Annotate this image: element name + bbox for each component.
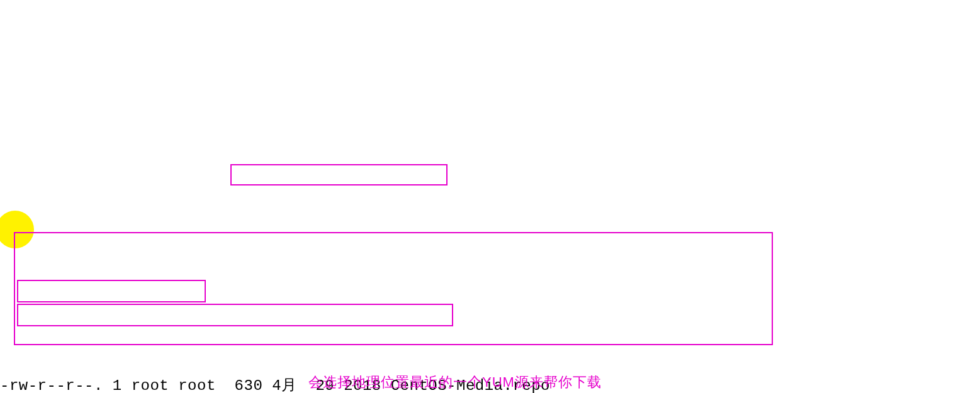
- box-unless: [17, 304, 453, 326]
- annotation-comment: 会选择地理位置最近的一个YUM源来帮你下载 除非自己人为更改YUM源: [308, 372, 602, 393]
- terminal-output[interactable]: -rw-r--r--. 1 root root 630 4月 29 2018 C…: [0, 94, 980, 393]
- annotation-line-1: 会选择地理位置最近的一个YUM源来帮你下载: [308, 372, 602, 392]
- box-command: [230, 164, 448, 185]
- box-geographically: [17, 280, 206, 302]
- highlight-marker: [0, 211, 34, 248]
